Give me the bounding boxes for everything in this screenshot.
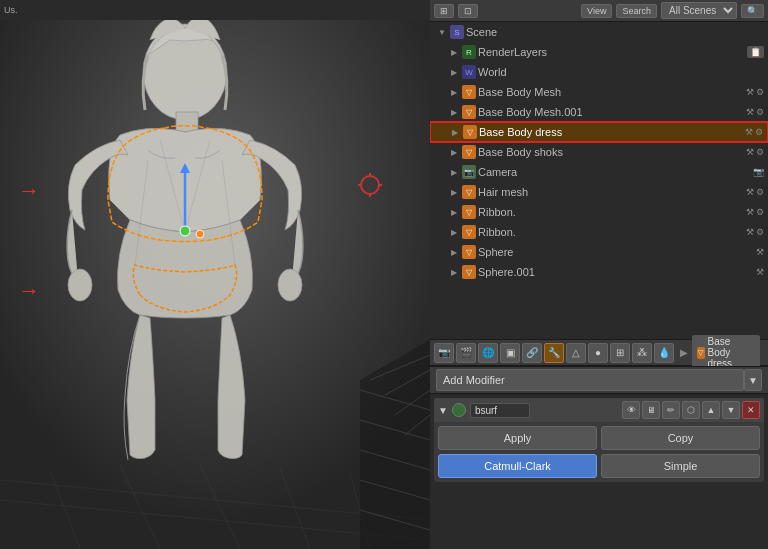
mod-up-icon[interactable]: ▲ xyxy=(702,401,720,419)
mod-render-icon[interactable]: 👁 xyxy=(622,401,640,419)
icon-basebodydress: ▽ xyxy=(463,125,477,139)
add-modifier-row: Add Modifier ▼ xyxy=(430,366,768,394)
props-header: 📷 🎬 🌐 ▣ 🔗 🔧 △ ● ⊞ ⁂ 💧 ▶ ▽ Base Body dres… xyxy=(430,340,768,366)
add-modifier-dropdown[interactable]: ▼ xyxy=(744,369,762,391)
props-btn-particles[interactable]: ⁂ xyxy=(632,343,652,363)
expander-bbd[interactable]: ▶ xyxy=(449,126,461,138)
bbm-icon2: ⚙ xyxy=(756,87,764,97)
apply-btn[interactable]: Apply xyxy=(438,426,597,450)
icon-sphere001: ▽ xyxy=(462,265,476,279)
hair-icon2: ⚙ xyxy=(756,187,764,197)
props-btn-data[interactable]: △ xyxy=(566,343,586,363)
expander-renderlayers[interactable]: ▶ xyxy=(448,46,460,58)
viewport-label: Us. xyxy=(4,5,18,15)
mod-edit-icon[interactable]: ✏ xyxy=(662,401,680,419)
mod-viewport-icon[interactable]: 🖥 xyxy=(642,401,660,419)
expander-world[interactable]: ▶ xyxy=(448,66,460,78)
red-arrow-2: → xyxy=(18,278,40,304)
tree-item-basebodydress[interactable]: ▶ ▽ Base Body dress ⚒ ⚙ → xyxy=(430,122,768,142)
expander-bbm001[interactable]: ▶ xyxy=(448,106,460,118)
icon-world: W xyxy=(462,65,476,79)
expander-bbs[interactable]: ▶ xyxy=(448,146,460,158)
label-sphere: Sphere xyxy=(478,246,754,258)
tree-item-sphere001[interactable]: ▶ ▽ Sphere.001 ⚒ xyxy=(430,262,768,282)
tree-item-basebodyshoks[interactable]: ▶ ▽ Base Body shoks ⚒ ⚙ xyxy=(430,142,768,162)
outliner-icon-btn-2[interactable]: ⊡ xyxy=(458,4,478,18)
props-btn-render[interactable]: 📷 xyxy=(434,343,454,363)
svg-point-18 xyxy=(180,226,190,236)
tree-item-ribbon[interactable]: ▶ ▽ Ribbon. ⚒ ⚙ xyxy=(430,202,768,222)
svg-rect-9 xyxy=(176,112,198,132)
expander-sphere[interactable]: ▶ xyxy=(448,246,460,258)
breadcrumb-object[interactable]: ▽ Base Body dress xyxy=(692,335,760,370)
breadcrumb-object-label: Base Body dress xyxy=(708,336,755,369)
bbs-icons: ⚒ ⚙ xyxy=(746,147,768,157)
icon-ribbon2: ▽ xyxy=(462,225,476,239)
hair-icons: ⚒ ⚙ xyxy=(746,187,768,197)
expander-ribbon[interactable]: ▶ xyxy=(448,206,460,218)
label-ribbon: Ribbon. xyxy=(478,206,744,218)
copy-btn[interactable]: Copy xyxy=(601,426,760,450)
icon-basebodyshoks: ▽ xyxy=(462,145,476,159)
icon-sphere: ▽ xyxy=(462,245,476,259)
mod-close-btn[interactable]: ✕ xyxy=(742,401,760,419)
tree-item-scene[interactable]: ▼ S Scene xyxy=(430,22,768,42)
outliner-icon-btn-1[interactable]: ⊞ xyxy=(434,4,454,18)
tree-item-sphere[interactable]: ▶ ▽ Sphere ⚒ xyxy=(430,242,768,262)
search-btn[interactable]: Search xyxy=(616,4,657,18)
props-btn-material[interactable]: ● xyxy=(588,343,608,363)
tree-item-basebodymesh001[interactable]: ▶ ▽ Base Body Mesh.001 ⚒ ⚙ xyxy=(430,102,768,122)
expander-scene[interactable]: ▼ xyxy=(436,26,448,38)
props-btn-scene[interactable]: 🎬 xyxy=(456,343,476,363)
bbm001-icon1: ⚒ xyxy=(746,107,754,117)
props-btn-world[interactable]: 🌐 xyxy=(478,343,498,363)
props-btn-physics[interactable]: 💧 xyxy=(654,343,674,363)
mod-toggle[interactable] xyxy=(452,403,466,417)
label-world: World xyxy=(478,66,768,78)
expander-camera[interactable]: ▶ xyxy=(448,166,460,178)
svg-point-19 xyxy=(196,230,204,238)
view-btn[interactable]: View xyxy=(581,4,612,18)
sphere-icon1: ⚒ xyxy=(756,247,764,257)
search-icon-btn[interactable]: 🔍 xyxy=(741,4,764,18)
props-btn-modifier[interactable]: 🔧 xyxy=(544,343,564,363)
modifier-header: ▼ 👁 🖥 ✏ ⬡ ▲ ▼ ✕ xyxy=(434,398,764,422)
sphere001-icon1: ⚒ xyxy=(756,267,764,277)
icon-scene: S xyxy=(450,25,464,39)
all-scenes-select[interactable]: All Scenes xyxy=(661,2,737,19)
svg-point-10 xyxy=(68,269,92,301)
expander-ribbon2[interactable]: ▶ xyxy=(448,226,460,238)
expander-sphere001[interactable]: ▶ xyxy=(448,266,460,278)
bbm001-icons: ⚒ ⚙ xyxy=(746,107,768,117)
tree-item-hairmesh[interactable]: ▶ ▽ Hair mesh ⚒ ⚙ xyxy=(430,182,768,202)
mod-down-icon[interactable]: ▼ xyxy=(722,401,740,419)
right-panel: ⊞ ⊡ View Search All Scenes 🔍 ▼ S Scene ▶… xyxy=(430,0,768,549)
bbm-icons: ⚒ ⚙ xyxy=(746,87,768,97)
tree-item-ribbon2[interactable]: ▶ ▽ Ribbon. ⚒ ⚙ xyxy=(430,222,768,242)
icon-renderlayers: R xyxy=(462,45,476,59)
add-modifier-btn[interactable]: Add Modifier xyxy=(436,369,744,391)
tree-item-renderlayers[interactable]: ▶ R RenderLayers 📋 xyxy=(430,42,768,62)
label-camera: Camera xyxy=(478,166,751,178)
mod-icons: 👁 🖥 ✏ ⬡ ▲ ▼ ✕ xyxy=(622,401,760,419)
mod-name-input[interactable] xyxy=(470,403,530,418)
icon-ribbon: ▽ xyxy=(462,205,476,219)
tree-item-world[interactable]: ▶ W World xyxy=(430,62,768,82)
expander-hair[interactable]: ▶ xyxy=(448,186,460,198)
mod-expander[interactable]: ▼ xyxy=(438,405,448,416)
catmull-clark-btn[interactable]: Catmull-Clark xyxy=(438,454,597,478)
red-arrow-1: → xyxy=(18,178,40,204)
cam-icons: 📷 xyxy=(753,167,768,177)
props-btn-texture[interactable]: ⊞ xyxy=(610,343,630,363)
bbs-icon2: ⚙ xyxy=(756,147,764,157)
bbm-icon1: ⚒ xyxy=(746,87,754,97)
tree-item-camera[interactable]: ▶ 📷 Camera 📷 xyxy=(430,162,768,182)
viewport[interactable]: Us. xyxy=(0,0,430,549)
simple-btn[interactable]: Simple xyxy=(601,454,760,478)
tree-item-basebodymesh[interactable]: ▶ ▽ Base Body Mesh ⚒ ⚙ xyxy=(430,82,768,102)
expander-bbm[interactable]: ▶ xyxy=(448,86,460,98)
props-btn-object[interactable]: ▣ xyxy=(500,343,520,363)
mod-cage-icon[interactable]: ⬡ xyxy=(682,401,700,419)
ribbon2-icon2: ⚙ xyxy=(756,227,764,237)
props-btn-constraint[interactable]: 🔗 xyxy=(522,343,542,363)
